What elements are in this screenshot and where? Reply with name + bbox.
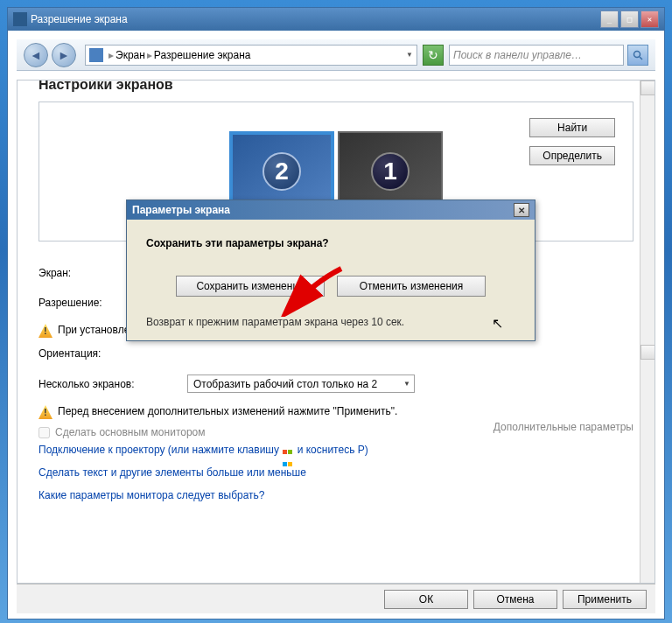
nav-forward-button[interactable]: ► — [52, 43, 76, 67]
navbar: ◄ ► ▸ Экран ▸ Разрешение экрана ▼ ↻ Поис… — [17, 39, 655, 71]
refresh-button[interactable]: ↻ — [423, 45, 444, 66]
address-bar[interactable]: ▸ Экран ▸ Разрешение экрана ▼ — [85, 45, 417, 66]
search-button[interactable] — [627, 45, 648, 66]
breadcrumb-2[interactable]: Разрешение экрана — [154, 49, 251, 61]
identify-button[interactable]: Определить — [529, 146, 615, 165]
warning-icon — [38, 324, 52, 338]
close-button[interactable]: ✕ — [640, 10, 659, 28]
orientation-label: Ориентация: — [38, 347, 187, 360]
search-icon — [633, 50, 643, 60]
scroll-up-button[interactable]: ▲ — [640, 80, 655, 95]
window-title: Разрешение экрана — [31, 13, 128, 25]
cursor-icon: ↖ — [492, 315, 503, 332]
search-input[interactable]: Поиск в панели управле… — [449, 45, 624, 66]
text-size-link[interactable]: Сделать текст и другие элементы больше и… — [38, 466, 634, 479]
titlebar[interactable]: Разрешение экрана _ □ ✕ — [8, 8, 664, 31]
checkbox-label: Сделать основным монитором — [55, 426, 206, 438]
find-button[interactable]: Найти — [529, 118, 615, 137]
nav-back-button[interactable]: ◄ — [24, 43, 48, 67]
select-value: Отобразить рабочий стол только на 2 — [193, 378, 377, 390]
windows-key-icon — [282, 445, 294, 456]
monitor-help-link[interactable]: Какие параметры монитора следует выбрать… — [38, 489, 634, 501]
scroll-down-button[interactable]: ▼ — [640, 345, 655, 360]
breadcrumb-sep-icon: ▸ — [108, 49, 114, 61]
ok-button[interactable]: ОК — [384, 590, 468, 609]
vertical-scrollbar[interactable]: ▲ ▼ — [640, 80, 654, 583]
save-changes-button[interactable]: Сохранить изменения — [176, 276, 325, 297]
confirm-dialog: Параметры экрана ✕ Сохранить эти парамет… — [126, 200, 536, 341]
monitor-number: 2 — [262, 152, 301, 191]
apply-warning: Перед внесением дополнительных изменений… — [38, 405, 634, 419]
breadcrumb-1[interactable]: Экран — [116, 49, 145, 61]
warning-text: Перед внесением дополнительных изменений… — [58, 405, 397, 417]
dialog-title: Параметры экрана — [132, 204, 230, 216]
page-title: Настройки экранов — [38, 80, 634, 93]
chevron-down-icon[interactable]: ▼ — [406, 51, 413, 59]
footer-buttons: ОК Отмена Применить — [17, 584, 655, 613]
main-monitor-checkbox — [38, 427, 50, 438]
monitor-icon — [89, 48, 103, 62]
maximize-button[interactable]: □ — [620, 10, 639, 28]
dialog-close-button[interactable]: ✕ — [514, 203, 529, 217]
svg-point-0 — [634, 51, 640, 57]
cancel-button[interactable]: Отмена — [473, 590, 557, 609]
projector-link[interactable]: Подключение к проектору (или нажмите кла… — [38, 444, 634, 456]
monitor-number: 1 — [371, 152, 410, 191]
multi-screens-label: Несколько экранов: — [38, 378, 187, 390]
warning-icon — [38, 405, 52, 419]
apply-button[interactable]: Применить — [563, 590, 647, 609]
svg-line-1 — [640, 57, 642, 60]
dialog-titlebar[interactable]: Параметры экрана ✕ — [127, 200, 535, 220]
breadcrumb-sep-icon: ▸ — [147, 49, 152, 61]
dialog-question: Сохранить эти параметры экрана? — [146, 237, 515, 249]
minimize-button[interactable]: _ — [600, 10, 619, 28]
multi-screens-select[interactable]: Отобразить рабочий стол только на 2 — [187, 374, 415, 393]
countdown-text: Возврат к прежним параметрам экрана чере… — [146, 316, 515, 328]
app-icon — [13, 12, 27, 26]
revert-changes-button[interactable]: Отменить изменения — [337, 276, 486, 297]
